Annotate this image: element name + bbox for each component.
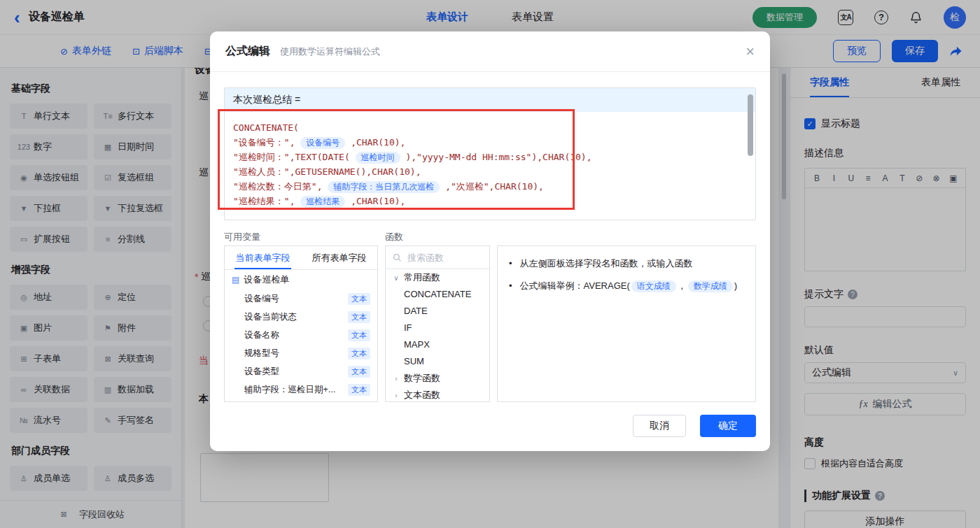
- formula-line: "巡检时间：",TEXT(DATE( 巡检时间 ),"yyyy-MM-dd HH…: [233, 150, 747, 164]
- formula-text: "巡检人员：",GETUSERNAME(),CHAR(10),: [233, 166, 421, 177]
- close-icon[interactable]: ×: [746, 44, 755, 59]
- help-tip: • 从左侧面板选择字段名和函数，或输入函数: [509, 257, 744, 271]
- formula-editor: 本次巡检总结 = CONCATENATE("设备编号：", 设备编号 ,CHAR…: [224, 87, 756, 220]
- help-example: • 公式编辑举例：AVERAGE( 语文成绩 ， 数学成绩 ): [509, 279, 744, 293]
- function-group-label: 常用函数: [404, 271, 440, 284]
- formula-text: ,CHAR(10),: [345, 137, 405, 148]
- function-search-input[interactable]: [406, 252, 476, 264]
- field-token[interactable]: 巡检结果: [300, 196, 345, 208]
- function-group[interactable]: ›数学函数: [386, 370, 489, 387]
- variable-row[interactable]: 设备当前状态文本: [225, 308, 377, 326]
- formula-text: ,CHAR(10),: [345, 196, 405, 206]
- function-group-label: 数学函数: [404, 372, 440, 385]
- bullet-icon: •: [509, 279, 512, 293]
- variable-type-tag: 文本: [348, 329, 370, 341]
- formula-line: "设备编号：", 设备编号 ,CHAR(10),: [233, 135, 747, 150]
- search-icon: [393, 253, 402, 262]
- function-group-label: 文本函数: [404, 389, 440, 401]
- formula-line: CONCATENATE(: [233, 120, 747, 135]
- variable-row[interactable]: 辅助字段：巡检日期+...文本: [225, 380, 377, 399]
- function-item[interactable]: DATE: [386, 303, 489, 320]
- variables-label: 可用变量: [224, 231, 260, 243]
- variable-row[interactable]: 设备类型文本: [225, 362, 377, 380]
- functions-panel: ∨常用函数CONCATENATEDATEIFMAPXSUM›数学函数›文本函数: [385, 245, 490, 402]
- function-item[interactable]: CONCATENATE: [386, 286, 489, 303]
- variable-type-tag: 文本: [348, 384, 370, 396]
- formula-text: "巡检次数：今日第",: [233, 181, 328, 192]
- formula-text: "巡检时间：",TEXT(DATE(: [233, 152, 356, 162]
- modal-title: 公式编辑: [225, 44, 270, 59]
- help-example-prefix: 公式编辑举例：AVERAGE(: [520, 279, 630, 293]
- formula-text: ),"yyyy-MM-dd HH:mm:ss"),CHAR(10),: [400, 152, 592, 162]
- variable-type-tag: 文本: [348, 311, 370, 323]
- modal-subtitle: 使用数学运算符编辑公式: [280, 45, 380, 58]
- chevron-icon: ∨: [393, 274, 400, 282]
- functions-label: 函数: [385, 231, 403, 243]
- function-item[interactable]: MAPX: [386, 336, 489, 353]
- document-icon: ▤: [232, 275, 239, 285]
- tab-all-form-fields[interactable]: 所有表单字段: [301, 246, 377, 269]
- variable-name: 设备当前状态: [244, 311, 297, 323]
- function-item[interactable]: SUM: [386, 353, 489, 370]
- modal-footer: 取消 确定: [633, 415, 756, 437]
- formula-target-label: 本次巡检总结 =: [225, 88, 755, 112]
- formula-line: "巡检结果：", 巡检结果 ,CHAR(10),: [233, 194, 747, 208]
- field-token[interactable]: 辅助字段：当日第几次巡检: [328, 181, 440, 193]
- app-root: ‹ 设备巡检单 表单设计 表单设置 数据管理 文A ? 检 ⊘表单外链⊡后端脚本…: [0, 0, 980, 528]
- form-tree-root-label: 设备巡检单: [244, 273, 289, 286]
- ok-button[interactable]: 确定: [700, 415, 756, 437]
- variable-row[interactable]: 设备编号文本: [225, 290, 377, 308]
- variable-row[interactable]: 设备名称文本: [225, 326, 377, 344]
- example-token: 数学成绩: [688, 280, 733, 292]
- form-tree-root[interactable]: ▤ 设备巡检单: [225, 270, 377, 290]
- formula-text: "设备编号：",: [233, 137, 300, 148]
- help-panel: • 从左侧面板选择字段名和函数，或输入函数 • 公式编辑举例：AVERAGE( …: [497, 245, 756, 402]
- field-token[interactable]: 设备编号: [300, 137, 345, 149]
- variable-name: 规格型号: [244, 348, 279, 359]
- chevron-icon: ›: [393, 392, 400, 399]
- bullet-icon: •: [509, 257, 512, 271]
- function-group[interactable]: ∨常用函数: [386, 269, 489, 286]
- editor-scrollbar[interactable]: [748, 94, 753, 156]
- formula-code-area[interactable]: CONCATENATE("设备编号：", 设备编号 ,CHAR(10),"巡检时…: [225, 112, 755, 220]
- help-example-suffix: ): [734, 279, 737, 293]
- cancel-button[interactable]: 取消: [633, 415, 686, 437]
- function-group[interactable]: ›文本函数: [386, 387, 489, 402]
- field-token[interactable]: 巡检时间: [356, 152, 400, 164]
- formula-text: ,"次巡检",CHAR(10),: [440, 181, 544, 192]
- variable-name: 设备名称: [244, 329, 279, 341]
- tab-current-form-fields[interactable]: 当前表单字段: [225, 246, 301, 269]
- variable-name: 设备类型: [244, 366, 279, 378]
- function-search: [386, 246, 489, 269]
- help-example-separator: ，: [678, 279, 687, 293]
- formula-line: "巡检人员：",GETUSERNAME(),CHAR(10),: [233, 164, 747, 179]
- formula-edit-modal: 公式编辑 使用数学运算符编辑公式 × 本次巡检总结 = CONCATENATE(…: [210, 31, 770, 451]
- formula-text: "巡检结果：",: [233, 196, 300, 206]
- formula-line: "巡检次数：今日第", 辅助字段：当日第几次巡检 ,"次巡检",CHAR(10)…: [233, 179, 747, 194]
- example-token: 语文成绩: [631, 280, 676, 292]
- variable-row[interactable]: 规格型号文本: [225, 344, 377, 362]
- modal-header: 公式编辑 使用数学运算符编辑公式 ×: [210, 31, 770, 72]
- variables-panel: 当前表单字段 所有表单字段 ▤ 设备巡检单 设备编号文本设备当前状态文本设备名称…: [224, 245, 378, 402]
- variable-type-tag: 文本: [348, 293, 370, 305]
- help-tip-text: 从左侧面板选择字段名和函数，或输入函数: [520, 257, 693, 271]
- variables-tabs: 当前表单字段 所有表单字段: [225, 246, 377, 270]
- formula-text: CONCATENATE(: [233, 122, 299, 133]
- chevron-icon: ›: [393, 375, 400, 383]
- variable-type-tag: 文本: [348, 348, 370, 359]
- variable-name: 设备编号: [244, 293, 279, 305]
- variable-name: 辅助字段：巡检日期+...: [244, 384, 335, 396]
- variable-type-tag: 文本: [348, 366, 370, 378]
- function-item[interactable]: IF: [386, 320, 489, 336]
